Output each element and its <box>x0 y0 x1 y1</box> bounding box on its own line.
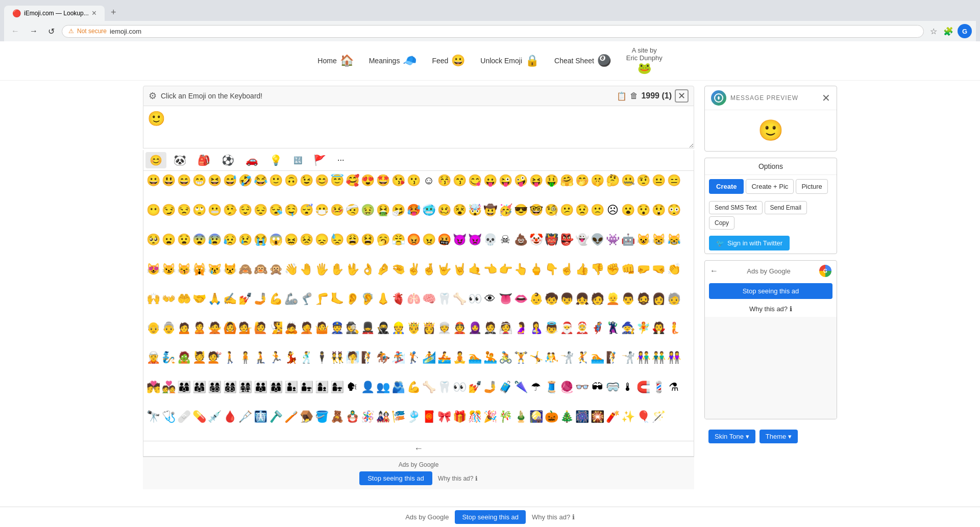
cat-tab-sports[interactable]: ⚽ <box>217 152 238 168</box>
emoji-cell[interactable]: 💉 <box>207 409 222 424</box>
emoji-cell[interactable]: 🩻 <box>253 409 268 424</box>
emoji-cell[interactable]: 👽 <box>590 232 605 247</box>
emoji-cell[interactable]: 😯 <box>635 203 651 218</box>
forward-button[interactable]: → <box>27 24 41 38</box>
emoji-cell[interactable]: 🫂 <box>390 380 406 395</box>
emoji-cell[interactable]: 🎅 <box>559 320 574 336</box>
emoji-cell[interactable]: 🧵 <box>544 380 559 395</box>
emoji-cell[interactable]: 😄 <box>176 173 191 188</box>
emoji-cell[interactable]: 🎇 <box>590 409 605 424</box>
theme-button[interactable]: Theme ▾ <box>760 430 798 443</box>
emoji-cell[interactable]: 😭 <box>253 232 268 247</box>
emoji-cell[interactable]: 🥳 <box>498 203 513 218</box>
emoji-cell[interactable]: 🤯 <box>467 203 482 218</box>
emoji-cell[interactable]: 💑 <box>161 380 176 395</box>
emoji-cell[interactable]: 🤏 <box>390 262 406 277</box>
emoji-cell[interactable]: 😂 <box>253 173 268 188</box>
emoji-cell[interactable]: 🧸 <box>329 409 345 424</box>
emoji-cell[interactable]: 🕵 <box>345 320 360 336</box>
emoji-cell[interactable]: 🤬 <box>436 232 452 247</box>
emoji-cell[interactable]: 🤱 <box>528 320 544 336</box>
emoji-cell[interactable]: 😅 <box>222 173 237 188</box>
emoji-cell[interactable]: 🏄 <box>421 350 436 365</box>
emoji-cell[interactable]: 🧶 <box>559 380 574 395</box>
send-email-button[interactable]: Send Email <box>765 201 807 214</box>
emoji-cell[interactable]: 👻 <box>574 232 590 247</box>
page-bottom-why-ad[interactable]: Why this ad? ℹ <box>532 513 575 521</box>
emoji-cell[interactable]: 👨‍👩‍👧‍👧 <box>237 380 253 395</box>
emoji-cell[interactable]: 🦶 <box>329 291 345 307</box>
emoji-cell[interactable]: 🦾 <box>283 291 299 307</box>
nav-home[interactable]: Home 🏠 <box>317 54 353 67</box>
emoji-cell[interactable]: 🤴 <box>406 320 421 336</box>
active-tab[interactable]: 🔴 iEmoji.com — Lookup... × <box>4 6 105 21</box>
emoji-cell[interactable]: 🤧 <box>390 203 406 218</box>
emoji-cell[interactable]: 😎 <box>513 203 528 218</box>
emoji-cell[interactable]: 🥶 <box>421 203 436 218</box>
emoji-cell[interactable]: ☺ <box>421 173 436 188</box>
emoji-cell[interactable]: 🦹 <box>605 320 620 336</box>
emoji-cell[interactable]: 🪣 <box>314 409 329 424</box>
emoji-cell[interactable]: ⚗ <box>666 380 681 395</box>
emoji-cell[interactable]: 🩼 <box>237 409 253 424</box>
emoji-cell[interactable]: 🤭 <box>574 173 590 188</box>
emoji-cell[interactable]: 🧚 <box>635 320 651 336</box>
emoji-cell[interactable]: 👧 <box>574 291 590 307</box>
emoji-cell[interactable]: 🥰 <box>345 173 360 188</box>
emoji-cell[interactable]: 🦵 <box>314 291 329 307</box>
emoji-cell[interactable]: 👮 <box>329 320 345 336</box>
emoji-cell[interactable]: 👀 <box>452 380 467 395</box>
emoji-cell[interactable]: 👌 <box>360 262 375 277</box>
emoji-cell[interactable]: 👨‍👩‍👦 <box>176 380 191 395</box>
ads-back-arrow[interactable]: ← <box>710 266 718 275</box>
emoji-cell[interactable]: 🎁 <box>452 409 467 424</box>
emoji-cell[interactable]: 😒 <box>176 203 191 218</box>
emoji-cell[interactable]: 😝 <box>528 173 544 188</box>
emoji-cell[interactable]: 🙋 <box>253 320 268 336</box>
emoji-cell[interactable]: 🧠 <box>421 291 436 307</box>
emoji-cell[interactable]: 😃 <box>161 173 176 188</box>
emoji-cell[interactable]: 🤦 <box>299 320 314 336</box>
emoji-cell[interactable]: 👰 <box>498 320 513 336</box>
emoji-cell[interactable]: 👂 <box>345 291 360 307</box>
emoji-cell[interactable]: 😤 <box>390 232 406 247</box>
emoji-cell[interactable]: 🗣 <box>345 380 360 395</box>
emoji-cell[interactable]: ✨ <box>620 409 635 424</box>
copy-button[interactable]: Copy <box>709 216 734 230</box>
emoji-cell[interactable]: 😧 <box>176 232 191 247</box>
emoji-cell[interactable]: 🧞 <box>161 350 176 365</box>
emoji-cell[interactable]: 👉 <box>498 262 513 277</box>
nav-feed[interactable]: Feed 😀 <box>432 54 465 67</box>
emoji-cell[interactable]: 👄 <box>513 291 528 307</box>
emoji-cell[interactable]: 🤰 <box>513 320 528 336</box>
emoji-cell[interactable]: 💀 <box>482 232 498 247</box>
emoji-cell[interactable]: 😕 <box>559 203 574 218</box>
emoji-cell[interactable]: 😈 <box>452 232 467 247</box>
emoji-cell[interactable]: 🧓 <box>666 291 681 307</box>
emoji-cell[interactable]: 🧗 <box>360 350 375 365</box>
emoji-cell[interactable]: 🧍 <box>237 350 253 365</box>
emoji-cell[interactable]: 😻 <box>145 262 161 277</box>
emoji-cell[interactable]: 😩 <box>345 232 360 247</box>
page-bottom-stop-btn[interactable]: Stop seeing this ad <box>455 510 526 524</box>
emoji-cell[interactable]: 💆 <box>191 350 207 365</box>
emoji-cell[interactable]: 💈 <box>651 380 666 395</box>
emoji-cell[interactable]: 👭 <box>666 350 681 365</box>
emoji-cell[interactable]: 🥱 <box>375 232 390 247</box>
create-pic-button[interactable]: Create + Pic <box>746 179 794 194</box>
close-preview-button[interactable]: ✕ <box>822 92 830 104</box>
emoji-cell[interactable]: 😖 <box>283 232 299 247</box>
emoji-cell[interactable]: 🫀 <box>390 291 406 307</box>
emoji-cell[interactable]: 🎆 <box>574 409 590 424</box>
emoji-cell[interactable]: 🎉 <box>482 409 498 424</box>
emoji-cell[interactable]: 🩺 <box>161 409 176 424</box>
emoji-cell[interactable]: 🤨 <box>635 173 651 188</box>
emoji-cell[interactable]: 🧲 <box>635 380 651 395</box>
emoji-cell[interactable]: ☹ <box>605 203 620 218</box>
emoji-cell[interactable]: 🌡 <box>620 380 635 395</box>
emoji-cell[interactable]: 🧟 <box>176 350 191 365</box>
emoji-cell[interactable]: ✌ <box>406 262 421 277</box>
ads-stop-button[interactable]: Stop seeing this ad <box>709 283 832 299</box>
emoji-cell[interactable]: 😋 <box>467 173 482 188</box>
emoji-cell[interactable]: 🖖 <box>345 262 360 277</box>
